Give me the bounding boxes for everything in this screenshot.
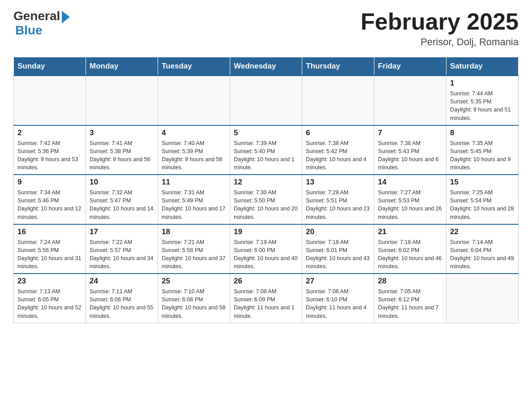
logo: General Blue xyxy=(13,9,70,38)
calendar-day-cell: 10Sunrise: 7:32 AMSunset: 5:47 PMDayligh… xyxy=(86,175,158,224)
calendar-day-cell: 18Sunrise: 7:21 AMSunset: 5:58 PMDayligh… xyxy=(158,224,230,274)
day-number: 11 xyxy=(162,178,226,187)
logo-blue-text: Blue xyxy=(15,23,70,38)
calendar-week-row: 23Sunrise: 7:13 AMSunset: 6:05 PMDayligh… xyxy=(14,274,519,323)
day-of-week-header: Sunday xyxy=(14,57,86,76)
day-number: 8 xyxy=(450,128,515,137)
day-of-week-header: Friday xyxy=(374,57,446,76)
calendar-day-cell: 23Sunrise: 7:13 AMSunset: 6:05 PMDayligh… xyxy=(14,274,86,323)
calendar-day-cell xyxy=(446,274,519,323)
calendar-day-cell: 25Sunrise: 7:10 AMSunset: 6:08 PMDayligh… xyxy=(158,274,230,323)
calendar-day-cell xyxy=(230,76,302,125)
calendar-day-cell: 3Sunrise: 7:41 AMSunset: 5:38 PMDaylight… xyxy=(86,125,158,175)
day-info: Sunrise: 7:13 AMSunset: 6:05 PMDaylight:… xyxy=(17,287,82,320)
calendar-week-row: 2Sunrise: 7:42 AMSunset: 5:36 PMDaylight… xyxy=(14,125,519,175)
calendar-day-cell: 7Sunrise: 7:36 AMSunset: 5:43 PMDaylight… xyxy=(374,125,446,175)
calendar-week-row: 16Sunrise: 7:24 AMSunset: 5:56 PMDayligh… xyxy=(14,224,519,274)
day-number: 27 xyxy=(306,277,370,286)
day-info: Sunrise: 7:06 AMSunset: 6:10 PMDaylight:… xyxy=(306,287,370,320)
day-number: 13 xyxy=(306,178,370,187)
day-number: 15 xyxy=(450,178,515,187)
day-info: Sunrise: 7:32 AMSunset: 5:47 PMDaylight:… xyxy=(90,188,154,221)
calendar-day-cell: 6Sunrise: 7:38 AMSunset: 5:42 PMDaylight… xyxy=(302,125,374,175)
calendar-day-cell xyxy=(302,76,374,125)
day-info: Sunrise: 7:35 AMSunset: 5:45 PMDaylight:… xyxy=(450,139,515,172)
calendar-day-cell: 11Sunrise: 7:31 AMSunset: 5:49 PMDayligh… xyxy=(158,175,230,224)
day-number: 1 xyxy=(450,79,515,88)
day-number: 7 xyxy=(378,128,442,137)
calendar-day-cell: 26Sunrise: 7:08 AMSunset: 6:09 PMDayligh… xyxy=(230,274,302,323)
day-info: Sunrise: 7:39 AMSunset: 5:40 PMDaylight:… xyxy=(234,139,298,172)
day-number: 23 xyxy=(17,277,82,286)
day-of-week-header: Thursday xyxy=(302,57,374,76)
calendar-day-cell: 19Sunrise: 7:19 AMSunset: 6:00 PMDayligh… xyxy=(230,224,302,274)
day-info: Sunrise: 7:31 AMSunset: 5:49 PMDaylight:… xyxy=(162,188,226,221)
day-info: Sunrise: 7:44 AMSunset: 5:35 PMDaylight:… xyxy=(450,90,515,122)
day-of-week-header: Monday xyxy=(86,57,158,76)
title-block: February 2025 Perisor, Dolj, Romania xyxy=(360,9,519,48)
calendar-day-cell: 22Sunrise: 7:14 AMSunset: 6:04 PMDayligh… xyxy=(446,224,519,274)
day-info: Sunrise: 7:10 AMSunset: 6:08 PMDaylight:… xyxy=(162,287,226,320)
calendar-day-cell: 5Sunrise: 7:39 AMSunset: 5:40 PMDaylight… xyxy=(230,125,302,175)
location-text: Perisor, Dolj, Romania xyxy=(360,36,519,48)
calendar-day-cell: 13Sunrise: 7:28 AMSunset: 5:51 PMDayligh… xyxy=(302,175,374,224)
calendar-day-cell: 16Sunrise: 7:24 AMSunset: 5:56 PMDayligh… xyxy=(14,224,86,274)
day-info: Sunrise: 7:11 AMSunset: 6:06 PMDaylight:… xyxy=(90,287,154,320)
calendar-day-cell: 9Sunrise: 7:34 AMSunset: 5:46 PMDaylight… xyxy=(14,175,86,224)
calendar-header-row: SundayMondayTuesdayWednesdayThursdayFrid… xyxy=(14,57,519,76)
calendar-day-cell: 17Sunrise: 7:22 AMSunset: 5:57 PMDayligh… xyxy=(86,224,158,274)
day-number: 17 xyxy=(90,227,154,236)
day-info: Sunrise: 7:40 AMSunset: 5:39 PMDaylight:… xyxy=(162,139,226,172)
day-info: Sunrise: 7:36 AMSunset: 5:43 PMDaylight:… xyxy=(378,139,442,172)
day-number: 5 xyxy=(234,128,298,137)
calendar-day-cell: 1Sunrise: 7:44 AMSunset: 5:35 PMDaylight… xyxy=(446,76,519,125)
day-number: 26 xyxy=(234,277,298,286)
day-number: 22 xyxy=(450,227,515,236)
day-number: 6 xyxy=(306,128,370,137)
day-number: 9 xyxy=(17,178,82,187)
day-number: 12 xyxy=(234,178,298,187)
day-info: Sunrise: 7:08 AMSunset: 6:09 PMDaylight:… xyxy=(234,287,298,320)
calendar-day-cell: 24Sunrise: 7:11 AMSunset: 6:06 PMDayligh… xyxy=(86,274,158,323)
calendar-week-row: 1Sunrise: 7:44 AMSunset: 5:35 PMDaylight… xyxy=(14,76,519,125)
calendar-day-cell: 2Sunrise: 7:42 AMSunset: 5:36 PMDaylight… xyxy=(14,125,86,175)
day-number: 2 xyxy=(17,128,82,137)
day-info: Sunrise: 7:42 AMSunset: 5:36 PMDaylight:… xyxy=(17,139,82,172)
day-info: Sunrise: 7:34 AMSunset: 5:46 PMDaylight:… xyxy=(17,188,82,221)
day-info: Sunrise: 7:14 AMSunset: 6:04 PMDaylight:… xyxy=(450,238,515,271)
calendar-week-row: 9Sunrise: 7:34 AMSunset: 5:46 PMDaylight… xyxy=(14,175,519,224)
day-of-week-header: Saturday xyxy=(446,57,519,76)
calendar-day-cell: 8Sunrise: 7:35 AMSunset: 5:45 PMDaylight… xyxy=(446,125,519,175)
day-number: 21 xyxy=(378,227,442,236)
day-info: Sunrise: 7:30 AMSunset: 5:50 PMDaylight:… xyxy=(234,188,298,221)
day-info: Sunrise: 7:24 AMSunset: 5:56 PMDaylight:… xyxy=(17,238,82,271)
day-info: Sunrise: 7:22 AMSunset: 5:57 PMDaylight:… xyxy=(90,238,154,271)
calendar-day-cell xyxy=(14,76,86,125)
calendar-day-cell xyxy=(374,76,446,125)
day-number: 24 xyxy=(90,277,154,286)
calendar-day-cell: 12Sunrise: 7:30 AMSunset: 5:50 PMDayligh… xyxy=(230,175,302,224)
logo-arrow-icon xyxy=(62,11,70,23)
month-title: February 2025 xyxy=(360,9,519,34)
calendar-day-cell: 20Sunrise: 7:18 AMSunset: 6:01 PMDayligh… xyxy=(302,224,374,274)
day-number: 20 xyxy=(306,227,370,236)
day-info: Sunrise: 7:25 AMSunset: 5:54 PMDaylight:… xyxy=(450,188,515,221)
day-info: Sunrise: 7:28 AMSunset: 5:51 PMDaylight:… xyxy=(306,188,370,221)
calendar-day-cell: 4Sunrise: 7:40 AMSunset: 5:39 PMDaylight… xyxy=(158,125,230,175)
calendar-day-cell xyxy=(158,76,230,125)
day-of-week-header: Tuesday xyxy=(158,57,230,76)
day-number: 3 xyxy=(90,128,154,137)
day-number: 28 xyxy=(378,277,442,286)
day-number: 10 xyxy=(90,178,154,187)
day-number: 14 xyxy=(378,178,442,187)
day-info: Sunrise: 7:16 AMSunset: 6:02 PMDaylight:… xyxy=(378,238,442,271)
calendar-table: SundayMondayTuesdayWednesdayThursdayFrid… xyxy=(13,57,519,323)
day-info: Sunrise: 7:05 AMSunset: 6:12 PMDaylight:… xyxy=(378,287,442,320)
day-number: 18 xyxy=(162,227,226,236)
page-header: General Blue February 2025 Perisor, Dolj… xyxy=(13,9,519,48)
day-number: 4 xyxy=(162,128,226,137)
day-of-week-header: Wednesday xyxy=(230,57,302,76)
calendar-day-cell: 14Sunrise: 7:27 AMSunset: 5:53 PMDayligh… xyxy=(374,175,446,224)
day-info: Sunrise: 7:38 AMSunset: 5:42 PMDaylight:… xyxy=(306,139,370,172)
day-number: 19 xyxy=(234,227,298,236)
